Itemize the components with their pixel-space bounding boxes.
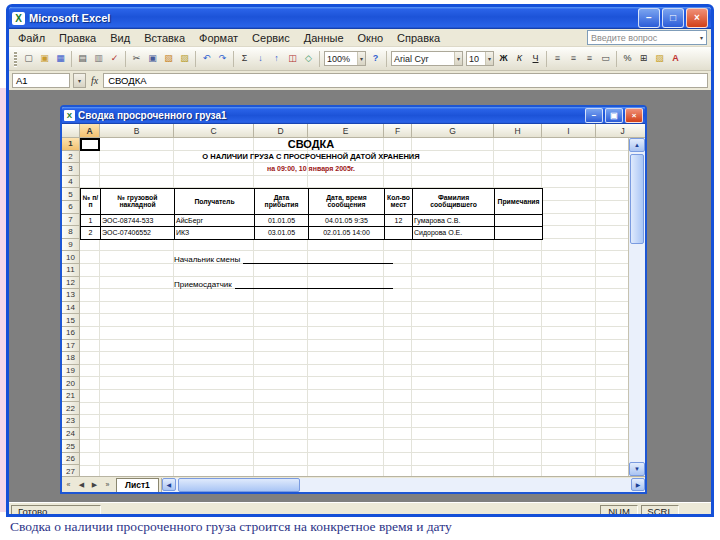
- font-size-combo[interactable]: 10 ▾: [466, 51, 494, 66]
- autosum-icon[interactable]: Σ: [237, 51, 252, 66]
- scroll-up-icon[interactable]: ▲: [629, 138, 645, 152]
- spelling-icon[interactable]: ✓: [107, 51, 122, 66]
- sort-ascending-icon[interactable]: ↓: [253, 51, 268, 66]
- select-all-corner[interactable]: [62, 124, 80, 138]
- row-header-19[interactable]: 19: [62, 365, 80, 378]
- title-bar[interactable]: X Microsoft Excel − □ ×: [9, 7, 711, 29]
- row-header-11[interactable]: 11: [62, 264, 80, 277]
- column-header-B[interactable]: B: [100, 124, 174, 138]
- row-header-16[interactable]: 16: [62, 327, 80, 340]
- vertical-scroll-track[interactable]: [629, 152, 645, 462]
- save-icon[interactable]: ▦: [53, 51, 68, 66]
- workbook-title-bar[interactable]: X Сводка просроченного груза1 − ▣ ×: [62, 107, 645, 124]
- scroll-down-icon[interactable]: ▼: [629, 462, 645, 476]
- row-header-13[interactable]: 13: [62, 289, 80, 302]
- row-header-7[interactable]: 7: [62, 214, 80, 227]
- menu-item-6[interactable]: Данные: [297, 31, 351, 45]
- row-header-25[interactable]: 25: [62, 440, 80, 453]
- row-header-14[interactable]: 14: [62, 302, 80, 315]
- workbook-restore-button[interactable]: ▣: [605, 108, 623, 123]
- vertical-scrollbar[interactable]: ▲ ▼: [628, 138, 645, 476]
- row-header-20[interactable]: 20: [62, 377, 80, 390]
- drawing-icon[interactable]: ◇: [301, 51, 316, 66]
- paste-icon[interactable]: ▧: [161, 51, 176, 66]
- scroll-left-icon[interactable]: ◀: [162, 478, 176, 491]
- horizontal-scroll-thumb[interactable]: [178, 478, 300, 492]
- menu-item-8[interactable]: Справка: [390, 31, 447, 45]
- row-header-5[interactable]: 5: [62, 188, 80, 201]
- maximize-button[interactable]: □: [662, 8, 684, 28]
- align-center-icon[interactable]: ≡: [566, 51, 581, 66]
- row-header-18[interactable]: 18: [62, 352, 80, 365]
- scroll-right-icon[interactable]: ▶: [631, 478, 645, 491]
- print-icon[interactable]: ▤: [75, 51, 90, 66]
- print-preview-icon[interactable]: ▥: [91, 51, 106, 66]
- minimize-button[interactable]: −: [638, 8, 660, 28]
- menu-item-7[interactable]: Окно: [351, 31, 391, 45]
- close-button[interactable]: ×: [686, 8, 708, 28]
- row-header-17[interactable]: 17: [62, 340, 80, 353]
- help-icon[interactable]: ?: [368, 51, 383, 66]
- borders-icon[interactable]: ⊞: [636, 51, 651, 66]
- italic-icon[interactable]: К: [512, 51, 527, 66]
- align-right-icon[interactable]: ≡: [582, 51, 597, 66]
- menu-item-4[interactable]: Формат: [192, 31, 245, 45]
- row-header-9[interactable]: 9: [62, 239, 80, 252]
- tab-first-icon[interactable]: «: [62, 478, 75, 491]
- redo-icon[interactable]: ↷: [215, 51, 230, 66]
- sheet-tab[interactable]: Лист1: [116, 478, 159, 492]
- column-header-J[interactable]: J: [596, 124, 645, 138]
- formula-input[interactable]: СВОДКА: [103, 73, 708, 88]
- menu-item-0[interactable]: Файл: [11, 31, 52, 45]
- new-icon[interactable]: ▢: [21, 51, 36, 66]
- undo-icon[interactable]: ↶: [199, 51, 214, 66]
- menu-item-1[interactable]: Правка: [52, 31, 103, 45]
- column-header-E[interactable]: E: [308, 124, 384, 138]
- font-name-combo[interactable]: Arial Cyr ▾: [391, 51, 463, 66]
- column-header-C[interactable]: C: [174, 124, 254, 138]
- row-header-10[interactable]: 10: [62, 251, 80, 264]
- underline-icon[interactable]: Ч: [528, 51, 543, 66]
- row-header-3[interactable]: 3: [62, 163, 80, 176]
- merge-center-icon[interactable]: ▭: [598, 51, 613, 66]
- row-header-15[interactable]: 15: [62, 314, 80, 327]
- name-box-dropdown-icon[interactable]: ▾: [73, 73, 86, 88]
- format-painter-icon[interactable]: ▨: [177, 51, 192, 66]
- column-header-H[interactable]: H: [494, 124, 542, 138]
- open-icon[interactable]: ▣: [37, 51, 52, 66]
- selected-cell-a1[interactable]: [80, 138, 100, 151]
- row-header-26[interactable]: 26: [62, 453, 80, 466]
- row-header-21[interactable]: 21: [62, 390, 80, 403]
- row-header-12[interactable]: 12: [62, 277, 80, 290]
- row-header-23[interactable]: 23: [62, 415, 80, 428]
- insert-function-icon[interactable]: fx: [89, 75, 100, 86]
- horizontal-scrollbar[interactable]: ◀ ▶: [161, 478, 645, 492]
- row-header-2[interactable]: 2: [62, 151, 80, 164]
- column-header-A[interactable]: A: [80, 124, 100, 138]
- zoom-combo[interactable]: 100% ▾: [324, 51, 366, 66]
- bold-icon[interactable]: Ж: [496, 51, 511, 66]
- cut-icon[interactable]: ✂: [129, 51, 144, 66]
- row-header-8[interactable]: 8: [62, 226, 80, 239]
- vertical-scroll-thumb[interactable]: [630, 154, 644, 244]
- tab-prev-icon[interactable]: ◀: [75, 478, 88, 491]
- name-box[interactable]: A1: [12, 73, 70, 88]
- percent-icon[interactable]: %: [620, 51, 635, 66]
- copy-icon[interactable]: ▣: [145, 51, 160, 66]
- help-question-box[interactable]: Введите вопрос ▾: [587, 30, 707, 45]
- fill-color-icon[interactable]: ▨: [652, 51, 667, 66]
- worksheet[interactable]: СВОДКА О НАЛИЧИИ ГРУЗА С ПРОСРОЧЕННОЙ ДА…: [80, 138, 628, 476]
- tab-next-icon[interactable]: ▶: [88, 478, 101, 491]
- font-color-icon[interactable]: А: [668, 51, 683, 66]
- horizontal-scroll-track[interactable]: [176, 478, 631, 491]
- menu-item-2[interactable]: Вид: [103, 31, 137, 45]
- row-header-1[interactable]: 1: [62, 138, 80, 151]
- column-header-G[interactable]: G: [412, 124, 494, 138]
- row-header-6[interactable]: 6: [62, 201, 80, 214]
- menu-item-5[interactable]: Сервис: [245, 31, 297, 45]
- column-header-D[interactable]: D: [254, 124, 308, 138]
- workbook-minimize-button[interactable]: −: [585, 108, 603, 123]
- sort-descending-icon[interactable]: ↑: [269, 51, 284, 66]
- row-header-22[interactable]: 22: [62, 402, 80, 415]
- align-left-icon[interactable]: ≡: [550, 51, 565, 66]
